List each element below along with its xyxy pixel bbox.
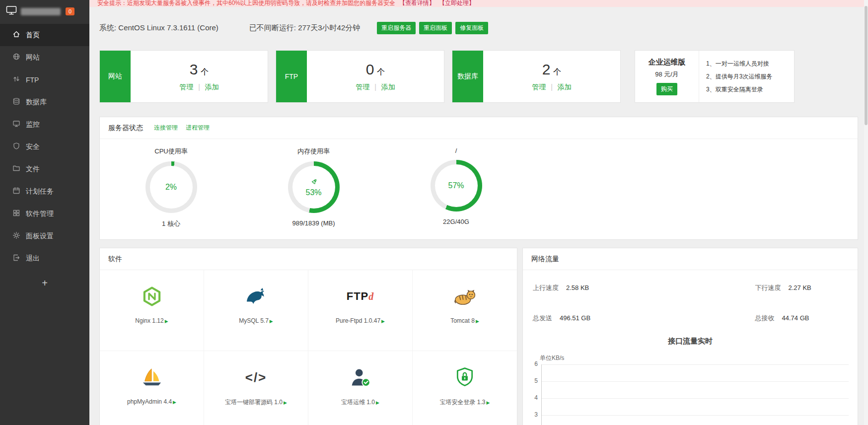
software-tile-ops[interactable]: 宝塔运维 1.0▶ [308, 351, 413, 425]
ftp-manage-link[interactable]: 管理 [356, 83, 369, 91]
stat-cards-row: 网站 3个 管理|添加 FTP 0个 管理|添加 数据库 2个 管理|添加 [99, 50, 858, 103]
sidebar-item-settings[interactable]: 面板设置 [0, 225, 89, 247]
software-title: 软件 [108, 255, 122, 264]
system-os-text: 系统: CentOS Linux 7.3.1611 (Core) [99, 23, 218, 33]
monitor-logo-icon [6, 5, 17, 17]
stat-card-website: 网站 3个 管理|添加 [99, 50, 268, 103]
globe-icon [12, 53, 26, 62]
website-count: 3 [190, 61, 198, 77]
sidebar-item-label: 计划任务 [26, 187, 54, 196]
folder-icon [12, 164, 26, 174]
stat-card-type: 数据库 [452, 51, 483, 102]
message-count-badge[interactable]: 0 [66, 7, 74, 15]
process-manage-link[interactable]: 进程管理 [186, 124, 210, 132]
promo-feature: 2、提供每月3次运维服务 [706, 72, 794, 81]
database-manage-link[interactable]: 管理 [532, 83, 546, 91]
repair-panel-button[interactable]: 修复面板 [455, 22, 488, 34]
sidebar-item-security[interactable]: 安全 [0, 136, 89, 158]
rocket-icon [308, 176, 320, 188]
sidebar-item-label: 数据库 [26, 98, 47, 107]
software-tile-mysql[interactable]: MySQL 5.7▶ [204, 270, 308, 351]
promo-price: 98 元/月 [655, 70, 679, 79]
network-traffic-title: 网络流量 [531, 255, 559, 264]
restart-panel-button[interactable]: 重启面板 [419, 22, 452, 34]
disk-gauge: / 57% 22G/40G [385, 147, 527, 228]
promo-card-enterprise: 企业运维版 98 元/月 购买 1、一对一运维人员对接 2、提供每月3次运维服务… [635, 50, 795, 103]
code-icon: </> [245, 364, 267, 390]
sidebar-nav: 首页 网站 FTP 数据库 监控 安全 文件 计划任务 [0, 24, 89, 270]
cpu-ring: 2% [145, 161, 197, 213]
traffic-chart: 6 5 4 3 [523, 364, 858, 425]
website-manage-link[interactable]: 管理 [179, 83, 193, 91]
pureftpd-icon: FTPd [347, 283, 374, 309]
sidebar-item-logout[interactable]: 退出 [0, 247, 89, 270]
home-icon [12, 30, 26, 40]
chart-plot-area [541, 364, 849, 425]
restart-server-button[interactable]: 重启服务器 [377, 22, 416, 34]
database-icon [12, 97, 26, 107]
sidebar-item-label: 面板设置 [26, 232, 54, 241]
stat-card-type: 网站 [100, 51, 131, 102]
database-add-link[interactable]: 添加 [558, 83, 572, 91]
chart-unit-label: 单位KB/s [540, 354, 858, 362]
software-tile-pureftpd[interactable]: FTPd Pure-Ftpd 1.0.47▶ [308, 270, 413, 351]
download-speed-value: 2.27 KB [789, 284, 811, 291]
promo-buy-button[interactable]: 购买 [656, 83, 677, 95]
sidebar-item-monitor[interactable]: 监控 [0, 113, 89, 136]
website-add-link[interactable]: 添加 [205, 83, 219, 91]
y-tick: 5 [523, 377, 538, 394]
software-tile-phpmyadmin[interactable]: phpMyAdmin 4.4▶ [100, 351, 204, 425]
memory-ring[interactable]: 53% [288, 161, 340, 213]
total-received-label: 总接收 [755, 314, 775, 322]
memory-gauge: 内存使用率 53% 989/1839 (MB) [242, 147, 385, 228]
caret-icon: ▶ [165, 319, 168, 324]
security-notice-banner: 安全提示：近期发现大量服务器被入侵事件，其中60%以上因使用弱密码导致，请及时检… [89, 0, 868, 7]
notice-detail-link[interactable]: 【查看详情】 [399, 0, 435, 6]
scrollbar-thumb[interactable] [865, 6, 868, 125]
calendar-icon [12, 187, 26, 196]
transfer-icon [12, 75, 26, 84]
network-traffic-panel: 网络流量 上行速度2.58 KB 下行速度2.27 KB 总发送496.51 G… [522, 248, 858, 425]
server-status-panel: 服务器状态 连接管理 进程管理 CPU使用率 2% 1 核心 内存使用率 [99, 117, 858, 240]
sidebar-item-cron[interactable]: 计划任务 [0, 180, 89, 203]
sidebar-item-label: FTP [26, 76, 39, 84]
traffic-chart-title: 接口流量实时 [523, 337, 858, 346]
software-tile-deploy-code[interactable]: </> 宝塔一键部署源码 1.0▶ [204, 351, 308, 425]
sidebar-item-label: 网站 [26, 53, 40, 62]
sidebar-add-button[interactable]: + [0, 278, 89, 289]
caret-icon: ▶ [173, 400, 176, 405]
phpmyadmin-icon [141, 364, 163, 390]
database-count: 2 [542, 61, 551, 77]
notice-action-link[interactable]: 【立即处理】 [439, 0, 475, 6]
mysql-icon [245, 283, 268, 309]
upload-speed-value: 2.58 KB [566, 284, 589, 291]
sidebar-item-ftp[interactable]: FTP [0, 69, 89, 91]
promo-feature: 1、一对一运维人员对接 [706, 60, 794, 68]
sidebar-item-website[interactable]: 网站 [0, 46, 89, 69]
connection-manage-link[interactable]: 连接管理 [154, 124, 178, 132]
sidebar: 0 首页 网站 FTP 数据库 监控 安全 文件 [0, 0, 89, 425]
y-tick: 6 [523, 360, 538, 377]
sidebar-item-label: 退出 [26, 254, 40, 263]
stat-card-ftp: FTP 0个 管理|添加 [276, 50, 444, 103]
sidebar-item-database[interactable]: 数据库 [0, 91, 89, 113]
shield-lock-icon [454, 364, 476, 390]
sidebar-item-files[interactable]: 文件 [0, 158, 89, 180]
caret-icon: ▶ [376, 400, 379, 405]
software-tile-tomcat[interactable]: Tomcat 8▶ [413, 270, 517, 351]
gauges-row: CPU使用率 2% 1 核心 内存使用率 53% 989/1839 (MB) [100, 139, 858, 228]
software-grid: Nginx 1.12▶ MySQL 5.7▶ FTPd Pure-Ftpd 1.… [100, 270, 517, 425]
logo-row: 0 [0, 0, 89, 23]
caret-icon: ▶ [476, 319, 479, 324]
software-tile-nginx[interactable]: Nginx 1.12▶ [100, 270, 204, 351]
y-tick: 3 [523, 411, 538, 425]
network-stats: 上行速度2.58 KB 下行速度2.27 KB 总发送496.51 GB 总接收… [523, 270, 858, 323]
total-sent-label: 总发送 [533, 314, 552, 322]
software-tile-secure-login[interactable]: 宝塔安全登录 1.3▶ [413, 351, 517, 425]
caret-icon: ▶ [487, 400, 490, 405]
ftp-add-link[interactable]: 添加 [381, 83, 395, 91]
sidebar-item-home[interactable]: 首页 [0, 24, 89, 46]
main-area: 安全提示：近期发现大量服务器被入侵事件，其中60%以上因使用弱密码导致，请及时检… [89, 0, 868, 425]
sidebar-item-software[interactable]: 软件管理 [0, 203, 89, 225]
caret-icon: ▶ [381, 319, 385, 324]
